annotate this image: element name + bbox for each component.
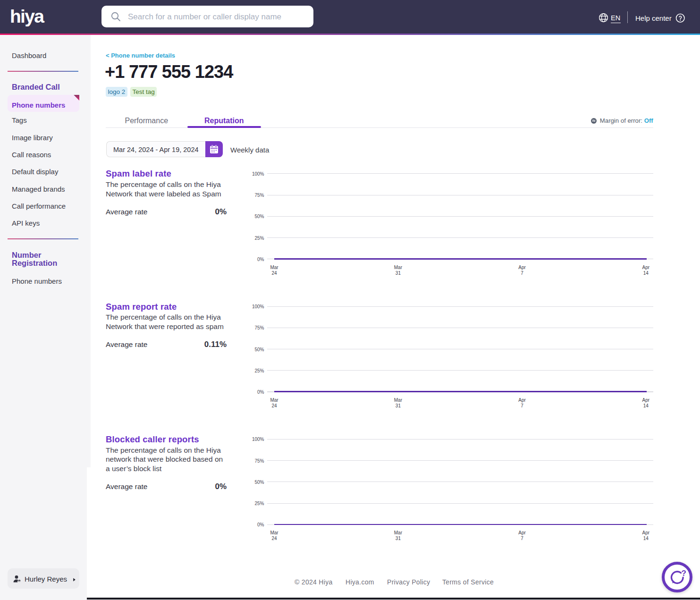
svg-text:?: ?	[682, 569, 686, 578]
